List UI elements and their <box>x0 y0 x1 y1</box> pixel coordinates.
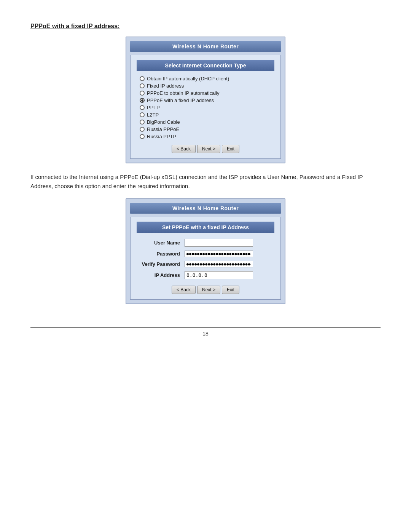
list-item[interactable]: Russia PPPoE <box>137 126 274 133</box>
router2-title-bar: Wireless N Home Router <box>130 203 281 214</box>
connection-type-list: Obtain IP automatically (DHCP client) Fi… <box>137 75 274 140</box>
option-label: Obtain IP automatically (DHCP client) <box>147 76 229 81</box>
option-label: L2TP <box>147 112 159 118</box>
radio-bigpond <box>140 120 145 125</box>
radio-fixed-ip <box>140 83 145 88</box>
ip-address-input[interactable] <box>185 271 253 279</box>
router1-exit-button[interactable]: Exit <box>222 145 239 153</box>
router1-next-button[interactable]: Next > <box>197 145 220 153</box>
radio-russia-pppoe <box>140 127 145 132</box>
router1-section-title: Select Internet Connection Type <box>137 60 274 71</box>
router1-inner: Select Internet Connection Type Obtain I… <box>130 55 281 159</box>
radio-russia-pptp <box>140 134 145 139</box>
router1-title-bar: Wireless N Home Router <box>130 41 281 52</box>
radio-pptp <box>140 105 145 110</box>
list-item[interactable]: PPPoE with a fixed IP address <box>137 97 274 104</box>
radio-dhcp <box>140 76 145 81</box>
radio-l2tp <box>140 112 145 117</box>
option-label: PPPoE with a fixed IP address <box>147 97 214 103</box>
username-input[interactable] <box>185 239 253 247</box>
ip-address-label: IP Address <box>137 269 182 281</box>
form-row-password: Password <box>137 249 274 259</box>
option-label: BigPond Cable <box>147 119 180 125</box>
router1-back-button[interactable]: < Back <box>172 145 196 153</box>
list-item[interactable]: BigPond Cable <box>137 118 274 126</box>
router2-back-button[interactable]: < Back <box>172 286 196 294</box>
page-heading: PPPoE with a fixed IP address: <box>30 23 381 30</box>
list-item[interactable]: Fixed IP address <box>137 82 274 89</box>
list-item[interactable]: PPPoE to obtain IP automatically <box>137 89 274 97</box>
router-frame-2: Wireless N Home Router Set PPPoE with a … <box>126 198 285 304</box>
page-number: 18 <box>30 331 381 337</box>
router-frame-1: Wireless N Home Router Select Internet C… <box>126 37 285 163</box>
list-item[interactable]: PPTP <box>137 104 274 111</box>
verify-password-input[interactable] <box>185 261 253 267</box>
router2-exit-button[interactable]: Exit <box>222 286 239 294</box>
password-label: Password <box>137 249 182 259</box>
router2-section-title: Set PPPoE with a fixed IP Address <box>137 222 274 233</box>
list-item[interactable]: Obtain IP automatically (DHCP client) <box>137 75 274 82</box>
form-row-username: User Name <box>137 237 274 249</box>
username-label: User Name <box>137 237 182 249</box>
router2-next-button[interactable]: Next > <box>197 286 220 294</box>
router2-button-row: < Back Next > Exit <box>137 286 274 294</box>
password-input[interactable] <box>185 251 253 257</box>
option-label: PPTP <box>147 105 160 110</box>
form-row-verify-password: Verify Password <box>137 259 274 269</box>
verify-password-label: Verify Password <box>137 259 182 269</box>
list-item[interactable]: L2TP <box>137 111 274 118</box>
page-divider <box>30 327 381 328</box>
option-label: Russia PPPoE <box>147 126 179 132</box>
form-row-ip-address: IP Address <box>137 269 274 281</box>
radio-pppoe-auto <box>140 91 145 96</box>
router2-inner: Set PPPoE with a fixed IP Address User N… <box>130 217 281 300</box>
option-label: PPPoE to obtain IP automatically <box>147 90 220 96</box>
description-text: If connected to the Internet using a PPP… <box>30 173 381 191</box>
option-label: Fixed IP address <box>147 83 184 89</box>
pppoe-form-table: User Name Password Verify Password IP Ad… <box>137 237 274 281</box>
option-label: Russia PPTP <box>147 134 176 139</box>
router1-button-row: < Back Next > Exit <box>137 145 274 153</box>
list-item[interactable]: Russia PPTP <box>137 133 274 140</box>
radio-pppoe-fixed <box>140 98 145 103</box>
